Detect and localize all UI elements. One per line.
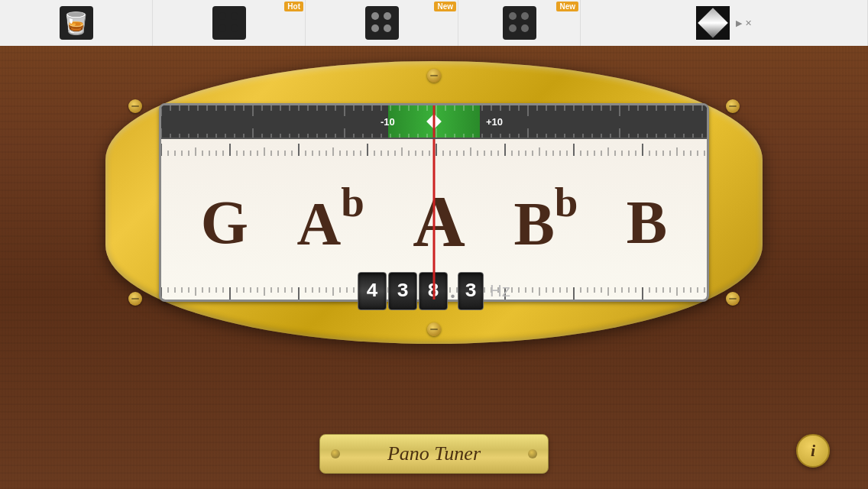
freq-dot: .	[449, 279, 456, 303]
freq-digit-4: 4	[358, 272, 387, 310]
screw-top-center	[427, 69, 441, 83]
tuner-scale-strip: -10 +10	[161, 105, 707, 139]
note-ab: Ab	[296, 189, 364, 255]
screw-bottom-left	[128, 292, 142, 306]
plate-screw-right	[528, 449, 537, 458]
ad-item-4[interactable]: New	[458, 0, 581, 46]
tuner-container: -10 +10	[105, 61, 763, 344]
scale-minus-label: -10	[381, 116, 395, 128]
note-g: G	[201, 191, 248, 252]
ad-item-1[interactable]: 🥃	[0, 0, 153, 46]
brandy-glass-icon: 🥃	[60, 6, 93, 40]
app-label-plate: Pano Tuner	[319, 434, 549, 474]
tuner-display: -10 +10	[159, 103, 709, 302]
note-bb: Bb	[513, 189, 578, 255]
freq-hz-label: Hz	[490, 281, 510, 301]
dots-grid-icon	[212, 6, 246, 40]
screw-bottom-right	[726, 292, 740, 306]
app-title: Pano Tuner	[387, 442, 481, 465]
note-a-center: A	[413, 186, 465, 258]
new-badge-1: New	[434, 2, 456, 11]
screw-top-left	[128, 99, 142, 113]
plate-screw-left	[331, 449, 340, 458]
screw-bottom-center	[427, 322, 441, 336]
hot-badge: Hot	[284, 2, 303, 11]
freq-digit-3: 3	[388, 272, 417, 310]
tuner-shield: -10 +10	[105, 61, 763, 344]
screw-top-right	[726, 99, 740, 113]
scale-plus-label: +10	[486, 116, 503, 128]
freq-digit-decimal: 3	[458, 272, 484, 310]
info-icon: i	[811, 441, 815, 461]
diamond-icon	[696, 6, 730, 40]
tuner-notes-area: G Ab A Bb B	[161, 139, 707, 302]
new-badge-2: New	[556, 2, 578, 11]
dots-grid-2-icon	[365, 6, 399, 40]
main-background: 🥃 Hot New	[0, 0, 868, 489]
ad-item-5[interactable]: ▶ ✕	[581, 0, 868, 46]
ad-bar: 🥃 Hot New	[0, 0, 868, 46]
ad-item-3[interactable]: New	[306, 0, 458, 46]
ad-item-2[interactable]: Hot	[153, 0, 306, 46]
note-b: B	[627, 191, 667, 252]
dots-grid-3-icon	[503, 6, 536, 40]
scale-center-line	[433, 105, 436, 138]
tuner-center-line	[433, 139, 436, 302]
info-button[interactable]: i	[796, 434, 830, 468]
